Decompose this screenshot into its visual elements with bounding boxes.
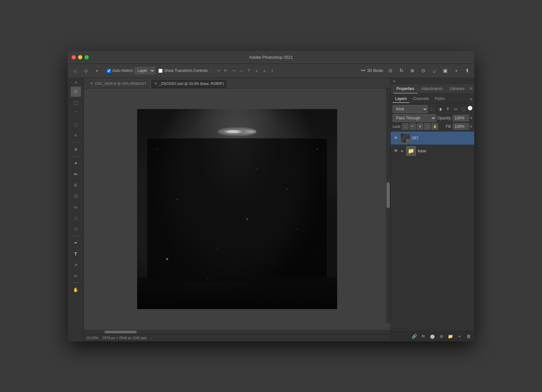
3d-orbit-btn[interactable]: ⊙ [386,66,395,75]
layer-base-expand[interactable]: ▶ [400,149,404,153]
type-filter-icon[interactable]: T [445,106,451,112]
auto-select-checkbox[interactable] [107,69,111,73]
maximize-button[interactable] [85,55,89,59]
align-center-btn[interactable]: ⊢ [222,67,229,74]
vertical-scrollbar[interactable] [386,88,390,323]
tab-1[interactable]: ✕ _DSC5207.psd @ 33.3% (base, RGB/8*) [151,79,228,88]
layer-item-087[interactable]: 👁 087 [391,132,474,145]
link-layers-btn[interactable]: 🔗 [410,332,418,340]
3d-pan-btn[interactable]: ⊕ [408,66,417,75]
canvas-image[interactable] [137,109,337,309]
adjustment-btn[interactable]: ⊘ [437,332,445,340]
tab-channels[interactable]: Channels [410,95,432,103]
shape-tool[interactable]: ▭ [71,271,81,281]
toolbar-right: ••• 3D Mode: ⊙ ↻ ⊕ ⊙ ⌕ ▣ ▾ ⬆ [361,66,472,75]
tab-1-close[interactable]: ✕ [154,81,157,86]
right-panel-collapse[interactable]: ≫ [391,78,474,85]
transform-control-group: Show Transform Controls [158,68,207,73]
dodge-tool[interactable]: ⬭ [71,224,81,234]
move-tool-btn[interactable]: ⊹ [81,66,90,75]
search-btn[interactable]: ⌕ [430,66,439,75]
lock-transparent-icon[interactable]: ⬚ [402,123,408,130]
brush-tool[interactable]: ✏ [71,169,81,179]
align-vmid-btn[interactable]: ⊥ [253,67,260,74]
left-collapse[interactable]: ≫ [68,79,84,86]
smart-filter-icon[interactable]: ⬚ [460,106,467,112]
align-top-btn[interactable]: ⊤ [246,67,253,74]
quick-select-tool[interactable]: ⬚ [71,119,81,130]
color-swatch [468,106,472,110]
workspace-arrow[interactable]: ▾ [452,66,461,75]
auto-select-dropdown[interactable]: Layer Group [135,67,155,74]
align-left-btn[interactable]: ⊣ [215,67,222,74]
blend-mode-select[interactable]: Pass Through Normal Multiply Screen [393,114,436,122]
horizontal-scrollbar[interactable] [84,330,390,334]
lock-position-icon[interactable]: ⊕ [417,123,423,130]
close-button[interactable] [72,55,76,59]
clone-stamp-tool[interactable]: ⎘ [71,180,81,190]
eyedropper-tool[interactable]: ⊘ [71,144,81,155]
opacity-input[interactable] [453,115,469,121]
layer-item-base[interactable]: 👁 ▶ 📁 base [391,145,474,157]
delete-layer-btn[interactable]: 🗑 [465,332,472,340]
home-button[interactable]: ⌂ [70,66,79,75]
lock-artboard-icon[interactable]: ⬚ [424,123,431,130]
workspace-btn[interactable]: ▣ [441,66,450,75]
lock-all-icon[interactable]: 🔒 [432,123,438,130]
tabs-bar: ✕ DSC_9509.tif @ 25% (RGB/16*) ✕ _DSC520… [84,78,390,88]
kind-select[interactable]: Kind [393,105,428,113]
fill-input[interactable] [453,123,469,130]
marquee-tool[interactable]: ⬚ [71,97,81,108]
layer-087-thumb [400,133,410,143]
tab-paths[interactable]: Paths [432,95,447,103]
add-mask-btn[interactable]: ⬤ [428,332,436,340]
auto-select-label: Auto-Select: [112,68,133,73]
fx-btn[interactable]: fx [419,332,427,340]
align-right-btn[interactable]: ⊣ [230,67,237,74]
transform-checkbox[interactable] [158,69,163,73]
blur-tool[interactable]: ◌ [71,213,81,223]
tab-libraries[interactable]: Libraries [447,85,468,94]
tab-0[interactable]: ✕ DSC_9509.tif @ 25% (RGB/16*) [86,79,150,88]
healing-tool[interactable]: ✦ [71,158,81,168]
window-title: Adobe Photoshop 2021 [249,55,293,60]
canvas-area: ✕ DSC_9509.tif @ 25% (RGB/16*) ✕ _DSC520… [84,78,390,341]
tab-0-close[interactable]: ✕ [90,81,93,86]
eraser-tool[interactable]: ⬡ [71,191,81,201]
adjustment-filter-icon[interactable]: ◑ [437,106,443,112]
nav-arrow[interactable]: › [151,336,152,340]
pixel-filter-icon[interactable]: ⬚ [429,106,436,112]
vertical-scroll-thumb[interactable] [386,182,390,208]
lasso-tool[interactable]: ⌒ [71,108,81,119]
pen-tool[interactable]: ✒ [71,238,81,248]
gradient-tool[interactable]: ▭ [71,202,81,212]
fill-arrow[interactable]: ▾ [470,124,472,129]
3d-rotate-btn[interactable]: ↻ [397,66,406,75]
layer-087-visibility[interactable]: 👁 [393,136,398,141]
minimize-button[interactable] [78,55,82,59]
lock-pixels-icon[interactable]: ✏ [409,123,416,130]
tab-properties[interactable]: Properties [393,85,417,94]
panel-menu-icon[interactable]: ≡ [468,85,474,94]
shape-filter-icon[interactable]: ▭ [452,106,459,112]
move-tool[interactable]: ⊹ [71,86,81,97]
share-btn[interactable]: ⬆ [463,66,472,75]
layers-menu-icon[interactable]: ≡ [470,96,472,102]
horizontal-scroll-thumb[interactable] [105,331,137,333]
crop-tool[interactable]: ⌗ [71,130,81,141]
new-group-btn[interactable]: 📁 [447,332,454,340]
hand-tool[interactable]: ✋ [71,285,81,295]
lock-fill-row: Lock: ⬚ ✏ ⊕ ⬚ 🔒 Fill: ▾ [393,123,472,130]
layer-base-visibility[interactable]: 👁 [393,148,398,154]
tab-adjustments[interactable]: Adjustments [418,85,446,94]
opacity-arrow[interactable]: ▾ [470,116,472,120]
3d-person-btn[interactable]: ⊙ [419,66,428,75]
align-bottom-btn[interactable]: ⊥ [261,67,268,74]
align-v-btn[interactable]: | [269,67,276,74]
align-h-btn[interactable]: — [238,67,245,74]
new-layer-btn[interactable]: + [456,332,463,340]
type-tool[interactable]: T [71,249,81,259]
path-select-tool[interactable]: ↗ [71,260,81,270]
move-tool-arrow[interactable]: ▾ [92,66,101,75]
tab-layers[interactable]: Layers [393,95,409,103]
